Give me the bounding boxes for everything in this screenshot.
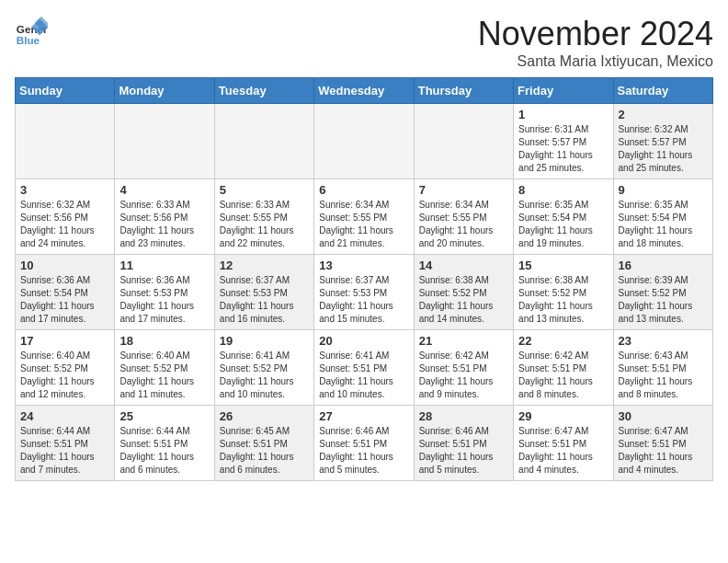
day-number: 26 xyxy=(220,409,309,423)
day-info: Sunrise: 6:40 AM Sunset: 5:52 PM Dayligh… xyxy=(20,350,109,401)
day-info: Sunrise: 6:35 AM Sunset: 5:54 PM Dayligh… xyxy=(518,199,608,250)
day-info: Sunrise: 6:43 AM Sunset: 5:51 PM Dayligh… xyxy=(619,350,708,401)
calendar-cell: 20Sunrise: 6:41 AM Sunset: 5:51 PM Dayli… xyxy=(314,330,414,406)
calendar-cell: 14Sunrise: 6:38 AM Sunset: 5:52 PM Dayli… xyxy=(414,255,513,330)
day-number: 22 xyxy=(518,334,608,348)
day-info: Sunrise: 6:37 AM Sunset: 5:53 PM Dayligh… xyxy=(319,274,408,326)
day-number: 17 xyxy=(20,334,109,348)
day-info: Sunrise: 6:31 AM Sunset: 5:57 PM Dayligh… xyxy=(518,123,608,175)
day-number: 29 xyxy=(518,409,608,423)
calendar-cell: 27Sunrise: 6:46 AM Sunset: 5:51 PM Dayli… xyxy=(314,406,414,481)
calendar-week-row: 10Sunrise: 6:36 AM Sunset: 5:54 PM Dayli… xyxy=(16,255,713,330)
calendar-week-row: 3Sunrise: 6:32 AM Sunset: 5:56 PM Daylig… xyxy=(16,179,713,255)
title-section: November 2024 Santa Maria Ixtiyucan, Mex… xyxy=(478,15,713,70)
day-info: Sunrise: 6:40 AM Sunset: 5:52 PM Dayligh… xyxy=(119,350,209,401)
calendar-week-row: 1Sunrise: 6:31 AM Sunset: 5:57 PM Daylig… xyxy=(16,104,713,179)
day-number: 4 xyxy=(119,183,209,197)
page-header: General Blue November 2024 Santa Maria I… xyxy=(15,15,713,70)
day-number: 25 xyxy=(119,409,209,423)
day-info: Sunrise: 6:37 AM Sunset: 5:53 PM Dayligh… xyxy=(220,274,309,326)
day-info: Sunrise: 6:32 AM Sunset: 5:56 PM Dayligh… xyxy=(20,199,109,250)
calendar-cell: 28Sunrise: 6:46 AM Sunset: 5:51 PM Dayli… xyxy=(414,406,513,481)
calendar-cell: 11Sunrise: 6:36 AM Sunset: 5:53 PM Dayli… xyxy=(115,255,214,330)
day-number: 18 xyxy=(119,334,209,348)
day-number: 24 xyxy=(20,409,109,423)
calendar-day-header-monday: Monday xyxy=(115,78,214,104)
day-number: 20 xyxy=(319,334,408,348)
calendar-cell: 16Sunrise: 6:39 AM Sunset: 5:52 PM Dayli… xyxy=(613,255,712,330)
calendar-cell: 25Sunrise: 6:44 AM Sunset: 5:51 PM Dayli… xyxy=(115,406,214,481)
day-info: Sunrise: 6:39 AM Sunset: 5:52 PM Dayligh… xyxy=(619,274,708,326)
calendar-cell xyxy=(414,104,513,179)
day-number: 15 xyxy=(518,259,608,272)
calendar-cell: 26Sunrise: 6:45 AM Sunset: 5:51 PM Dayli… xyxy=(214,406,313,481)
logo: General Blue xyxy=(15,15,48,48)
calendar-cell: 21Sunrise: 6:42 AM Sunset: 5:51 PM Dayli… xyxy=(414,330,513,406)
calendar-cell xyxy=(115,104,214,179)
calendar-cell: 22Sunrise: 6:42 AM Sunset: 5:51 PM Dayli… xyxy=(514,330,613,406)
calendar-cell: 12Sunrise: 6:37 AM Sunset: 5:53 PM Dayli… xyxy=(214,255,313,330)
calendar-week-row: 17Sunrise: 6:40 AM Sunset: 5:52 PM Dayli… xyxy=(16,330,713,406)
calendar-day-header-tuesday: Tuesday xyxy=(214,78,313,104)
svg-text:Blue: Blue xyxy=(17,34,40,46)
day-info: Sunrise: 6:33 AM Sunset: 5:56 PM Dayligh… xyxy=(119,199,209,250)
calendar-table: SundayMondayTuesdayWednesdayThursdayFrid… xyxy=(15,77,713,481)
day-number: 30 xyxy=(619,409,708,423)
day-number: 2 xyxy=(619,108,708,121)
calendar-cell: 8Sunrise: 6:35 AM Sunset: 5:54 PM Daylig… xyxy=(514,179,613,255)
day-info: Sunrise: 6:36 AM Sunset: 5:53 PM Dayligh… xyxy=(119,274,209,326)
calendar-cell: 2Sunrise: 6:32 AM Sunset: 5:57 PM Daylig… xyxy=(613,104,712,179)
calendar-cell: 17Sunrise: 6:40 AM Sunset: 5:52 PM Dayli… xyxy=(16,330,115,406)
calendar-cell: 15Sunrise: 6:38 AM Sunset: 5:52 PM Dayli… xyxy=(514,255,613,330)
calendar-cell: 24Sunrise: 6:44 AM Sunset: 5:51 PM Dayli… xyxy=(16,406,115,481)
calendar-day-header-wednesday: Wednesday xyxy=(314,78,414,104)
day-info: Sunrise: 6:34 AM Sunset: 5:55 PM Dayligh… xyxy=(319,199,408,250)
day-number: 11 xyxy=(119,259,209,272)
calendar-cell: 13Sunrise: 6:37 AM Sunset: 5:53 PM Dayli… xyxy=(314,255,414,330)
calendar-day-header-thursday: Thursday xyxy=(414,78,513,104)
day-info: Sunrise: 6:36 AM Sunset: 5:54 PM Dayligh… xyxy=(20,274,109,326)
day-number: 23 xyxy=(619,334,708,348)
calendar-cell: 9Sunrise: 6:35 AM Sunset: 5:54 PM Daylig… xyxy=(613,179,712,255)
day-number: 6 xyxy=(319,183,408,197)
day-info: Sunrise: 6:47 AM Sunset: 5:51 PM Dayligh… xyxy=(518,425,608,477)
day-info: Sunrise: 6:44 AM Sunset: 5:51 PM Dayligh… xyxy=(20,425,109,477)
day-number: 7 xyxy=(419,183,508,197)
calendar-cell: 19Sunrise: 6:41 AM Sunset: 5:52 PM Dayli… xyxy=(214,330,313,406)
calendar-day-header-friday: Friday xyxy=(514,78,613,104)
day-number: 16 xyxy=(619,259,708,272)
day-number: 1 xyxy=(518,108,608,121)
calendar-cell: 29Sunrise: 6:47 AM Sunset: 5:51 PM Dayli… xyxy=(514,406,613,481)
calendar-cell: 23Sunrise: 6:43 AM Sunset: 5:51 PM Dayli… xyxy=(613,330,712,406)
calendar-cell: 1Sunrise: 6:31 AM Sunset: 5:57 PM Daylig… xyxy=(514,104,613,179)
day-number: 28 xyxy=(419,409,508,423)
calendar-week-row: 24Sunrise: 6:44 AM Sunset: 5:51 PM Dayli… xyxy=(16,406,713,481)
day-info: Sunrise: 6:42 AM Sunset: 5:51 PM Dayligh… xyxy=(518,350,608,401)
day-info: Sunrise: 6:44 AM Sunset: 5:51 PM Dayligh… xyxy=(119,425,209,477)
day-info: Sunrise: 6:41 AM Sunset: 5:52 PM Dayligh… xyxy=(220,350,309,401)
day-info: Sunrise: 6:35 AM Sunset: 5:54 PM Dayligh… xyxy=(619,199,708,250)
day-info: Sunrise: 6:46 AM Sunset: 5:51 PM Dayligh… xyxy=(419,425,508,477)
day-info: Sunrise: 6:38 AM Sunset: 5:52 PM Dayligh… xyxy=(419,274,508,326)
calendar-cell: 7Sunrise: 6:34 AM Sunset: 5:55 PM Daylig… xyxy=(414,179,513,255)
day-number: 14 xyxy=(419,259,508,272)
day-info: Sunrise: 6:34 AM Sunset: 5:55 PM Dayligh… xyxy=(419,199,508,250)
calendar-header-row: SundayMondayTuesdayWednesdayThursdayFrid… xyxy=(16,78,713,104)
calendar-cell: 10Sunrise: 6:36 AM Sunset: 5:54 PM Dayli… xyxy=(16,255,115,330)
location-title: Santa Maria Ixtiyucan, Mexico xyxy=(478,53,713,70)
day-number: 21 xyxy=(419,334,508,348)
day-number: 12 xyxy=(220,259,309,272)
month-title: November 2024 xyxy=(478,15,713,53)
calendar-cell: 6Sunrise: 6:34 AM Sunset: 5:55 PM Daylig… xyxy=(314,179,414,255)
calendar-cell: 3Sunrise: 6:32 AM Sunset: 5:56 PM Daylig… xyxy=(16,179,115,255)
logo-icon: General Blue xyxy=(15,15,48,48)
day-info: Sunrise: 6:41 AM Sunset: 5:51 PM Dayligh… xyxy=(319,350,408,401)
day-number: 8 xyxy=(518,183,608,197)
day-number: 5 xyxy=(220,183,309,197)
calendar-cell: 30Sunrise: 6:47 AM Sunset: 5:51 PM Dayli… xyxy=(613,406,712,481)
day-info: Sunrise: 6:38 AM Sunset: 5:52 PM Dayligh… xyxy=(518,274,608,326)
day-info: Sunrise: 6:33 AM Sunset: 5:55 PM Dayligh… xyxy=(220,199,309,250)
calendar-cell: 4Sunrise: 6:33 AM Sunset: 5:56 PM Daylig… xyxy=(115,179,214,255)
calendar-cell xyxy=(214,104,313,179)
calendar-cell xyxy=(314,104,414,179)
